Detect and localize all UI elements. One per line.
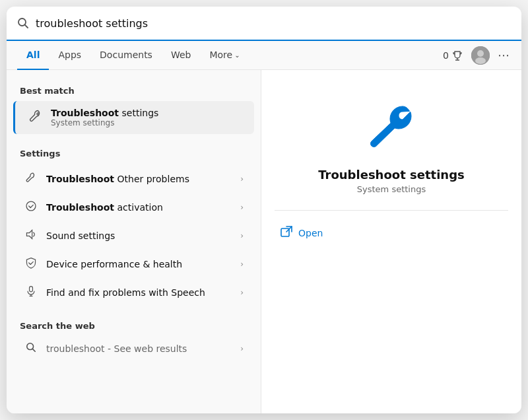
right-panel: Troubleshoot settings System settings Op… [261,70,521,413]
shield-icon [24,257,38,271]
search-bar: troubleshoot settings [7,7,521,41]
list-item[interactable]: Troubleshoot activation › [11,193,257,221]
web-search-item[interactable]: troubleshoot - See web results › [11,335,257,362]
tabs-bar: All Apps Documents Web More ⌄ 0 [7,41,521,70]
best-match-title-text: Troubleshoot settings [51,108,158,118]
chevron-right-icon: › [240,203,244,212]
more-options-button[interactable]: ⋯ [498,48,511,62]
open-label: Open [298,228,323,238]
chevron-down-icon: ⌄ [234,52,240,59]
detail-title: Troubleshoot settings [318,168,464,182]
list-item[interactable]: Find and fix problems with Speech › [11,279,257,306]
tab-web[interactable]: Web [162,41,201,70]
wrench-icon [28,109,43,127]
list-item[interactable]: Sound settings › [11,222,257,250]
tab-documents[interactable]: Documents [90,41,162,70]
svg-point-7 [26,201,36,211]
tab-apps[interactable]: Apps [49,41,90,70]
search-web-icon [24,342,38,355]
svg-line-1 [25,25,28,28]
chevron-right-icon: › [240,174,244,184]
detail-subtitle: System settings [357,184,426,194]
chevron-right-icon: › [240,260,244,269]
left-panel: Best match Troubleshoot settings System … [7,70,261,413]
divider [275,210,508,211]
settings-list: Troubleshoot Other problems › Troublesho… [7,165,261,306]
settings-section-title: Settings [7,143,261,162]
search-panel: troubleshoot settings All Apps Documents… [7,7,521,413]
chevron-right-icon: › [240,231,244,240]
svg-point-6 [475,57,486,64]
best-match-item[interactable]: Troubleshoot settings System settings [13,101,254,134]
chevron-right-icon: › [240,288,244,297]
volume-icon [24,228,38,243]
wrench-small-icon [24,172,38,186]
search-icon [17,17,29,29]
svg-point-5 [477,50,484,57]
notification-count[interactable]: 0 [443,50,463,61]
best-match-subtitle: System settings [51,118,158,127]
svg-line-13 [32,349,35,351]
trophy-icon [451,50,463,61]
search-input[interactable]: troubleshoot settings [36,17,511,30]
web-search-title: Search the web [7,316,261,335]
microphone-icon [24,285,38,300]
detail-icon [362,96,421,156]
main-content: Best match Troubleshoot settings System … [7,70,521,413]
svg-marker-8 [26,230,32,238]
tab-right-actions: 0 ⋯ [443,46,511,65]
chevron-right-icon: › [240,344,244,353]
avatar[interactable] [471,46,490,65]
tab-all[interactable]: All [17,41,49,70]
tab-more[interactable]: More ⌄ [200,41,249,70]
open-button[interactable]: Open [275,223,328,244]
svg-rect-9 [30,287,33,292]
best-match-title: Best match [7,81,261,100]
list-item[interactable]: Device performance & health › [11,250,257,278]
circle-check-icon [24,200,38,215]
list-item[interactable]: Troubleshoot Other problems › [11,165,257,193]
open-external-icon [280,225,293,241]
